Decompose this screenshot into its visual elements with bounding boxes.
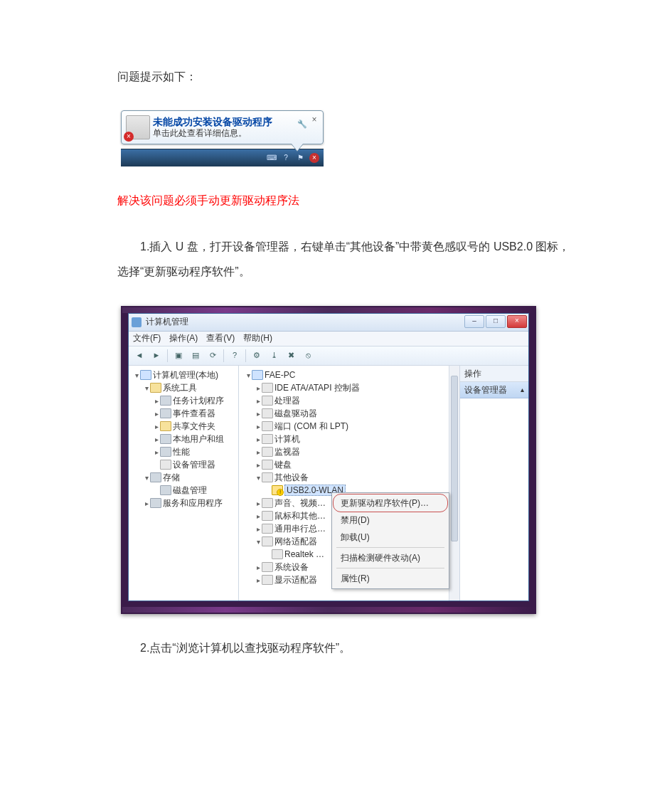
- uninstall-icon[interactable]: ✖: [283, 348, 299, 364]
- close-button[interactable]: ×: [507, 315, 527, 328]
- tree-storage[interactable]: ▾存储 磁盘管理: [143, 471, 237, 497]
- actions-pane-header: 操作: [460, 366, 528, 382]
- left-tree-pane: ▾计算机管理(本地) ▾系统工具 ▸任务计划程序 ▸事件查看器 ▸共享文件夹 ▸…: [129, 366, 239, 600]
- actions-pane-subheader[interactable]: 设备管理器 ▴: [460, 382, 528, 398]
- wrench-icon: 🔧: [297, 115, 307, 132]
- balloon-tail: [292, 144, 303, 151]
- vertical-scrollbar[interactable]: [449, 366, 459, 600]
- device-icon: ×: [126, 115, 150, 139]
- menu-action[interactable]: 操作(A): [169, 329, 198, 347]
- dev-computer[interactable]: ▸计算机: [255, 433, 457, 445]
- step-1-text: 1.插入 U 盘，打开设备管理器，右键单击“其他设备”中带黄色感叹号的 USB2…: [117, 234, 580, 284]
- toolbar-separator: [245, 349, 246, 362]
- menu-help[interactable]: 帮助(H): [243, 329, 272, 347]
- toolbar: ◄ ► ▣ ▤ ⟳ ? ⚙ ⤓ ✖ ⦸: [129, 346, 528, 366]
- intro-text: 问题提示如下：: [117, 64, 580, 89]
- device-tree-pane: ▾FAE-PC ▸IDE ATA/ATAPI 控制器 ▸处理器 ▸磁盘驱动器 ▸…: [239, 366, 460, 600]
- actions-pane-title: 设备管理器: [464, 383, 507, 396]
- error-tray-icon[interactable]: ×: [309, 153, 319, 163]
- tree-root[interactable]: ▾计算机管理(本地) ▾系统工具 ▸任务计划程序 ▸事件查看器 ▸共享文件夹 ▸…: [133, 369, 237, 509]
- update-driver-icon[interactable]: ⤓: [266, 348, 282, 364]
- properties-icon[interactable]: ▤: [188, 348, 203, 364]
- scrollbar-thumb[interactable]: [451, 376, 458, 541]
- back-icon[interactable]: ◄: [132, 348, 147, 364]
- ctx-properties[interactable]: 属性(R): [334, 570, 447, 587]
- tree-task-scheduler[interactable]: ▸任务计划程序: [153, 394, 237, 407]
- up-icon[interactable]: ▣: [171, 348, 186, 364]
- frame-decor-bottom: [122, 607, 535, 613]
- window-buttons: – □ ×: [464, 315, 527, 328]
- error-badge-icon: ×: [124, 132, 134, 142]
- driver-error-balloon: × 🔧 × 未能成功安装设备驱动程序 单击此处查看详细信息。: [121, 110, 324, 144]
- tree-shared-folders[interactable]: ▸共享文件夹: [153, 420, 237, 433]
- context-separator: [336, 547, 444, 548]
- dev-ide[interactable]: ▸IDE ATA/ATAPI 控制器: [255, 381, 457, 394]
- minimize-button[interactable]: –: [464, 315, 484, 328]
- dev-diskdrives[interactable]: ▸磁盘驱动器: [255, 407, 457, 420]
- tree-local-users[interactable]: ▸本地用户和组: [153, 433, 237, 445]
- menu-file[interactable]: 文件(F): [133, 329, 161, 347]
- ctx-scan-hardware[interactable]: 扫描检测硬件改动(A): [334, 549, 447, 566]
- keyboard-tray-icon[interactable]: ⌨: [267, 153, 277, 163]
- toolbar-separator: [223, 349, 224, 362]
- ctx-disable[interactable]: 禁用(D): [334, 512, 447, 529]
- tree-services-apps[interactable]: ▸服务和应用程序: [143, 497, 237, 509]
- ctx-update-driver[interactable]: 更新驱动程序软件(P)…: [334, 494, 447, 512]
- document-page: 问题提示如下： × 🔧 × 未能成功安装设备驱动程序 单击此处查看详细信息。 ⌨…: [0, 0, 672, 724]
- close-icon[interactable]: ×: [310, 115, 319, 124]
- dev-monitor[interactable]: ▸监视器: [255, 445, 457, 458]
- step-2-text: 2.点击“浏览计算机以查找驱动程序软件”。: [117, 635, 580, 660]
- window-title: 计算机管理: [146, 312, 188, 331]
- tree-event-viewer[interactable]: ▸事件查看器: [153, 407, 237, 420]
- menu-view[interactable]: 查看(V): [206, 329, 235, 347]
- dev-ports[interactable]: ▸端口 (COM 和 LPT): [255, 420, 457, 433]
- help-icon[interactable]: ?: [227, 348, 242, 364]
- balloon-title: 未能成功安装设备驱动程序: [153, 115, 307, 128]
- dev-keyboard[interactable]: ▸键盘: [255, 458, 457, 471]
- dev-cpu[interactable]: ▸处理器: [255, 394, 457, 407]
- help-tray-icon[interactable]: ?: [281, 153, 291, 163]
- refresh-icon[interactable]: ⟳: [205, 348, 220, 364]
- disable-icon[interactable]: ⦸: [300, 348, 316, 364]
- mmc-body: ▾计算机管理(本地) ▾系统工具 ▸任务计划程序 ▸事件查看器 ▸共享文件夹 ▸…: [129, 366, 528, 600]
- context-separator: [336, 568, 444, 568]
- chevron-up-icon[interactable]: ▴: [521, 384, 524, 395]
- menu-bar: 文件(F) 操作(A) 查看(V) 帮助(H): [129, 332, 528, 346]
- forward-icon[interactable]: ►: [149, 348, 164, 364]
- balloon-subtitle[interactable]: 单击此处查看详细信息。: [153, 128, 307, 139]
- frame-decor-top: [122, 307, 535, 313]
- window-titlebar[interactable]: 计算机管理 – □ ×: [129, 314, 528, 332]
- solution-note: 解决该问题必须手动更新驱动程序法: [117, 188, 580, 213]
- app-icon: [132, 317, 142, 327]
- tree-disk-management[interactable]: 磁盘管理: [153, 484, 237, 497]
- warning-icon: [272, 485, 283, 495]
- maximize-button[interactable]: □: [486, 315, 506, 328]
- ctx-uninstall[interactable]: 卸载(U): [334, 529, 447, 546]
- flag-tray-icon[interactable]: ⚑: [295, 153, 305, 163]
- computer-management-window: 计算机管理 – □ × 文件(F) 操作(A) 查看(V) 帮助(H) ◄ ► …: [128, 313, 529, 601]
- tree-device-manager[interactable]: 设备管理器: [153, 458, 237, 471]
- toolbar-separator: [167, 349, 168, 362]
- tree-system-tools[interactable]: ▾系统工具 ▸任务计划程序 ▸事件查看器 ▸共享文件夹 ▸本地用户和组 ▸性能 …: [143, 381, 237, 471]
- mmc-screenshot: 计算机管理 – □ × 文件(F) 操作(A) 查看(V) 帮助(H) ◄ ► …: [121, 306, 536, 614]
- notification-screenshot: × 🔧 × 未能成功安装设备驱动程序 单击此处查看详细信息。 ⌨ ? ⚑ ×: [121, 110, 324, 166]
- tree-performance[interactable]: ▸性能: [153, 445, 237, 458]
- scan-icon[interactable]: ⚙: [249, 348, 265, 364]
- context-menu: 更新驱动程序软件(P)… 禁用(D) 卸载(U) 扫描检测硬件改动(A) 属性(…: [331, 492, 449, 589]
- actions-pane: 操作 设备管理器 ▴: [460, 366, 528, 600]
